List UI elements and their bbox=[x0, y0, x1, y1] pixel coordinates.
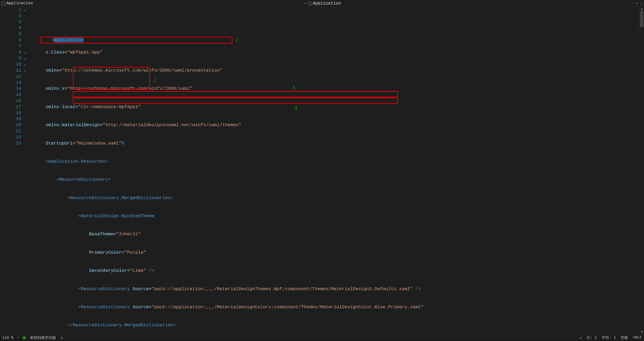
zoom-chevron-icon[interactable]: ▼ bbox=[17, 336, 19, 339]
cursor-line[interactable]: 行: 1 bbox=[586, 335, 597, 340]
cursor-char[interactable]: 字符: 1 bbox=[602, 335, 616, 340]
line-number: 10 bbox=[0, 61, 21, 68]
annotation-number-3: 3 bbox=[292, 85, 295, 91]
fold-toggle bbox=[24, 80, 35, 86]
fold-toggle[interactable]: ⌄ bbox=[24, 61, 35, 68]
annotation-box-4 bbox=[73, 97, 398, 104]
line-number: 15 bbox=[0, 92, 21, 98]
status-ok-icon: ✓ bbox=[22, 336, 26, 340]
line-number: 13 bbox=[0, 80, 21, 86]
line-number: 17 bbox=[0, 104, 21, 110]
zoom-level[interactable]: 143 % bbox=[2, 336, 13, 340]
fold-toggle bbox=[24, 104, 35, 110]
line-number: 16 bbox=[0, 98, 21, 104]
line-number: 4 bbox=[0, 25, 21, 31]
line-number: 18 bbox=[0, 110, 21, 116]
line-number: 7 bbox=[0, 43, 21, 50]
horizontal-scrollbar[interactable]: ◀ ▶ bbox=[60, 336, 583, 340]
scroll-up-icon[interactable]: ▲ bbox=[639, 7, 644, 11]
fold-toggle[interactable]: ⌄ bbox=[24, 55, 35, 61]
line-number: 2 bbox=[0, 13, 21, 19]
annotation-number-2: 2 bbox=[153, 77, 156, 83]
indent-mode[interactable]: 空格 bbox=[621, 335, 628, 340]
breadcrumb-bar[interactable]: Application ▾ Application ▾ ⇳ bbox=[0, 0, 644, 7]
fold-toggle bbox=[24, 19, 35, 25]
fold-toggle bbox=[24, 141, 35, 147]
line-number: 3 bbox=[0, 19, 21, 25]
line-number: 9 bbox=[0, 55, 21, 61]
fold-toggle bbox=[24, 98, 35, 104]
document-icon bbox=[2, 2, 5, 5]
fold-toggle bbox=[24, 86, 35, 92]
line-number-gutter: 1234567891011121314151617181920212223 bbox=[0, 7, 24, 334]
line-number: 6 bbox=[0, 37, 21, 43]
line-number: 19 bbox=[0, 116, 21, 122]
breadcrumb-left[interactable]: Application bbox=[6, 1, 33, 6]
document-icon bbox=[308, 2, 312, 5]
line-number: 11 bbox=[0, 68, 21, 74]
line-number: 23 bbox=[0, 141, 21, 147]
line-number: 20 bbox=[0, 122, 21, 128]
annotation-number-4: 4 bbox=[294, 105, 297, 111]
line-number: 5 bbox=[0, 31, 21, 37]
tag-application: Application bbox=[54, 38, 83, 43]
chevron-down-icon[interactable]: ▾ bbox=[303, 2, 307, 5]
line-ending[interactable]: CRLF bbox=[633, 335, 642, 340]
chevron-down-icon[interactable]: ▾ bbox=[635, 2, 639, 5]
annotation-box-3 bbox=[73, 91, 398, 97]
fold-toggle bbox=[24, 116, 35, 122]
scrollbar-thumb[interactable] bbox=[640, 11, 643, 27]
line-number: 21 bbox=[0, 128, 21, 134]
fold-toggle[interactable]: ⌄ bbox=[24, 68, 35, 74]
fold-toggle bbox=[24, 31, 35, 37]
line-number: 14 bbox=[0, 86, 21, 92]
status-bar: 143 % ▼ ✓ 未找到相关问题 ◀ ▶ 行: 1 字符: 1 空格 CRLF bbox=[0, 334, 644, 341]
fold-toggle[interactable]: ⌄ bbox=[24, 50, 35, 56]
expand-icon[interactable]: ⇳ bbox=[640, 1, 642, 6]
fold-toggle bbox=[24, 25, 35, 31]
fold-toggle bbox=[24, 37, 35, 43]
fold-toggle bbox=[24, 74, 35, 80]
fold-toggle bbox=[24, 43, 35, 50]
breadcrumb-center[interactable]: Application bbox=[313, 1, 341, 6]
line-number: 12 bbox=[0, 74, 21, 80]
fold-toggle bbox=[24, 122, 35, 128]
issues-status[interactable]: 未找到相关问题 bbox=[30, 335, 56, 340]
fold-toggle bbox=[24, 128, 35, 134]
scroll-left-icon[interactable]: ◀ bbox=[61, 336, 62, 339]
code-editor[interactable]: 1234567891011121314151617181920212223 ⌄⌄… bbox=[0, 7, 644, 334]
annotation-number-1: 1 bbox=[235, 37, 238, 43]
fold-toggle bbox=[24, 92, 35, 98]
line-number: 22 bbox=[0, 134, 21, 141]
fold-toggle bbox=[24, 110, 35, 116]
scroll-right-icon[interactable]: ▶ bbox=[580, 336, 582, 339]
scroll-down-icon[interactable]: ▼ bbox=[639, 330, 644, 334]
fold-toggle bbox=[24, 13, 35, 19]
fold-column[interactable]: ⌄⌄⌄⌄⌄ bbox=[24, 7, 35, 334]
line-number: 8 bbox=[0, 50, 21, 56]
fold-toggle bbox=[24, 134, 35, 141]
fold-toggle[interactable]: ⌄ bbox=[24, 7, 35, 13]
line-number: 1 bbox=[0, 7, 21, 13]
vertical-scrollbar[interactable]: ▲ ▼ bbox=[639, 7, 644, 334]
code-area[interactable]: <Application x:Class="WpfApp1.App" xmlns… bbox=[35, 7, 639, 334]
